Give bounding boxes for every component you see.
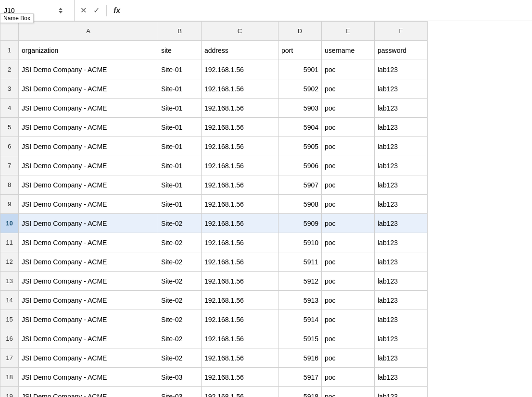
cell-B19[interactable]: Site-03 <box>158 387 202 397</box>
cell-F2[interactable]: lab123 <box>375 60 428 79</box>
name-box-arrow-down[interactable] <box>59 11 63 13</box>
cell-F10[interactable]: lab123 <box>375 214 428 233</box>
row-number[interactable]: 5 <box>0 118 19 137</box>
col-header-D[interactable]: D <box>279 22 322 41</box>
row-number[interactable]: 16 <box>0 329 19 348</box>
cell-D2[interactable]: 5901 <box>279 60 322 79</box>
col-header-C[interactable]: C <box>202 22 279 41</box>
cell-C17[interactable]: 192.168.1.56 <box>202 348 279 368</box>
cell-F16[interactable]: lab123 <box>375 329 428 348</box>
cell-F7[interactable]: lab123 <box>375 156 428 175</box>
cell-A17[interactable]: JSI Demo Company - ACME <box>19 348 158 368</box>
cell-E17[interactable]: poc <box>322 348 375 368</box>
cell-D15[interactable]: 5914 <box>279 310 322 329</box>
cell-B15[interactable]: Site-02 <box>158 310 202 329</box>
cell-A7[interactable]: JSI Demo Company - ACME <box>19 156 158 175</box>
row-number[interactable]: 19 <box>0 387 19 397</box>
cell-F18[interactable]: lab123 <box>375 368 428 387</box>
cell-B6[interactable]: Site-01 <box>158 137 202 156</box>
col-header-E[interactable]: E <box>322 22 375 41</box>
cell-D13[interactable]: 5912 <box>279 272 322 291</box>
row-number[interactable]: 2 <box>0 60 19 79</box>
cell-D5[interactable]: 5904 <box>279 118 322 137</box>
cell-A12[interactable]: JSI Demo Company - ACME <box>19 252 158 272</box>
cell-F12[interactable]: lab123 <box>375 252 428 272</box>
cell-D12[interactable]: 5911 <box>279 252 322 272</box>
row-number[interactable]: 14 <box>0 291 19 310</box>
cell-E19[interactable]: poc <box>322 387 375 397</box>
cell-D14[interactable]: 5913 <box>279 291 322 310</box>
cell-D11[interactable]: 5910 <box>279 233 322 252</box>
cell-F17[interactable]: lab123 <box>375 348 428 368</box>
cell-F8[interactable]: lab123 <box>375 175 428 195</box>
cell-A14[interactable]: JSI Demo Company - ACME <box>19 291 158 310</box>
cell-C19[interactable]: 192.168.1.56 <box>202 387 279 397</box>
cell-A10[interactable]: JSI Demo Company - ACME <box>19 214 158 233</box>
row-number[interactable]: 1 <box>0 41 19 60</box>
cell-F13[interactable]: lab123 <box>375 272 428 291</box>
cell-B16[interactable]: Site-02 <box>158 329 202 348</box>
cell-C14[interactable]: 192.168.1.56 <box>202 291 279 310</box>
cell-C3[interactable]: 192.168.1.56 <box>202 79 279 99</box>
cell-E4[interactable]: poc <box>322 99 375 118</box>
cell-B7[interactable]: Site-01 <box>158 156 202 175</box>
cell-E3[interactable]: poc <box>322 79 375 99</box>
row-number[interactable]: 15 <box>0 310 19 329</box>
cell-D4[interactable]: 5903 <box>279 99 322 118</box>
cell-D17[interactable]: 5916 <box>279 348 322 368</box>
cell-F19[interactable]: lab123 <box>375 387 428 397</box>
cell-F1[interactable]: password <box>375 41 428 60</box>
cell-E12[interactable]: poc <box>322 252 375 272</box>
cell-A18[interactable]: JSI Demo Company - ACME <box>19 368 158 387</box>
cell-C18[interactable]: 192.168.1.56 <box>202 368 279 387</box>
spreadsheet-container[interactable]: A B C D E F 1 organization site address … <box>0 21 532 397</box>
row-number[interactable]: 18 <box>0 368 19 387</box>
cell-D9[interactable]: 5908 <box>279 195 322 214</box>
cell-E14[interactable]: poc <box>322 291 375 310</box>
row-number[interactable]: 8 <box>0 175 19 195</box>
cell-B17[interactable]: Site-02 <box>158 348 202 368</box>
cell-B14[interactable]: Site-02 <box>158 291 202 310</box>
cell-A19[interactable]: JSI Demo Company - ACME <box>19 387 158 397</box>
cell-F15[interactable]: lab123 <box>375 310 428 329</box>
row-number[interactable]: 9 <box>0 195 19 214</box>
cell-C11[interactable]: 192.168.1.56 <box>202 233 279 252</box>
row-number[interactable]: 7 <box>0 156 19 175</box>
cell-F11[interactable]: lab123 <box>375 233 428 252</box>
cell-C13[interactable]: 192.168.1.56 <box>202 272 279 291</box>
cell-F3[interactable]: lab123 <box>375 79 428 99</box>
cell-A2[interactable]: JSI Demo Company - ACME <box>19 60 158 79</box>
cell-F14[interactable]: lab123 <box>375 291 428 310</box>
cell-D6[interactable]: 5905 <box>279 137 322 156</box>
row-number[interactable]: 3 <box>0 79 19 99</box>
cell-B3[interactable]: Site-01 <box>158 79 202 99</box>
cell-A11[interactable]: JSI Demo Company - ACME <box>19 233 158 252</box>
cell-C16[interactable]: 192.168.1.56 <box>202 329 279 348</box>
cell-E16[interactable]: poc <box>322 329 375 348</box>
cell-D19[interactable]: 5918 <box>279 387 322 397</box>
cell-F4[interactable]: lab123 <box>375 99 428 118</box>
cell-D16[interactable]: 5915 <box>279 329 322 348</box>
cell-E2[interactable]: poc <box>322 60 375 79</box>
cell-A8[interactable]: JSI Demo Company - ACME <box>19 175 158 195</box>
row-number[interactable]: 6 <box>0 137 19 156</box>
cell-A15[interactable]: JSI Demo Company - ACME <box>19 310 158 329</box>
col-header-F[interactable]: F <box>375 22 428 41</box>
cancel-button[interactable]: ✕ <box>78 5 89 16</box>
cell-C1[interactable]: address <box>202 41 279 60</box>
cell-F5[interactable]: lab123 <box>375 118 428 137</box>
cell-B18[interactable]: Site-03 <box>158 368 202 387</box>
cell-C2[interactable]: 192.168.1.56 <box>202 60 279 79</box>
cell-C6[interactable]: 192.168.1.56 <box>202 137 279 156</box>
cell-C4[interactable]: 192.168.1.56 <box>202 99 279 118</box>
col-header-A[interactable]: A <box>19 22 158 41</box>
cell-D8[interactable]: 5907 <box>279 175 322 195</box>
cell-A9[interactable]: JSI Demo Company - ACME <box>19 195 158 214</box>
cell-C7[interactable]: 192.168.1.56 <box>202 156 279 175</box>
cell-D7[interactable]: 5906 <box>279 156 322 175</box>
cell-D3[interactable]: 5902 <box>279 79 322 99</box>
cell-C10[interactable]: 192.168.1.56 <box>202 214 279 233</box>
cell-E15[interactable]: poc <box>322 310 375 329</box>
cell-B13[interactable]: Site-02 <box>158 272 202 291</box>
cell-E11[interactable]: poc <box>322 233 375 252</box>
